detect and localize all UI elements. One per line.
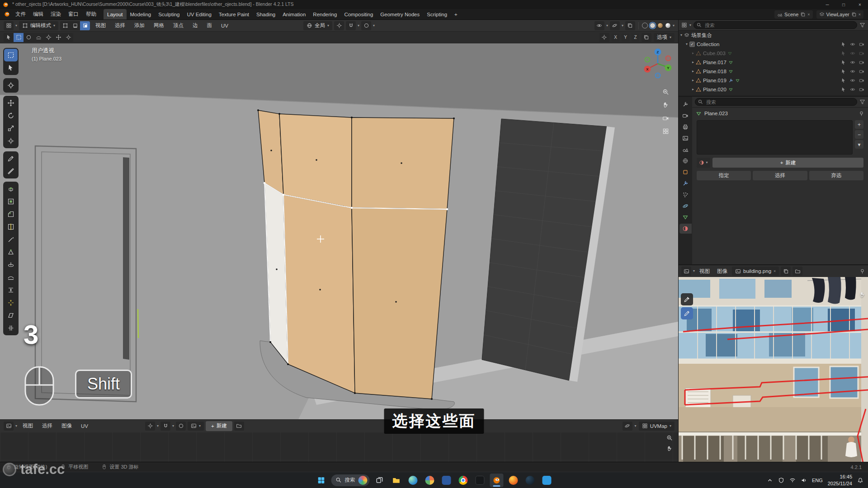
transform-orientation-dropdown[interactable]: 全局 ▾ [303, 21, 332, 30]
new-scene-icon[interactable] [800, 12, 806, 17]
workspace-tab-rendering[interactable]: Rendering [309, 9, 340, 19]
viewport-menu-face[interactable]: 面 [203, 20, 216, 31]
workspace-tab-animation[interactable]: Animation [279, 9, 309, 19]
tool-edge-slide[interactable] [4, 284, 18, 296]
workspace-tab-texture-paint[interactable]: Texture Paint [215, 9, 253, 19]
move-tool-button[interactable] [53, 33, 63, 42]
tab-world[interactable] [679, 156, 692, 166]
tool-cursor[interactable] [4, 79, 18, 92]
mirror-z-toggle[interactable]: Z [632, 33, 639, 42]
tool-move[interactable] [4, 97, 18, 109]
menu-file[interactable]: 文件 [12, 9, 29, 19]
workspace-tab-layout[interactable]: Layout [104, 9, 127, 19]
uv-open-image-button[interactable] [234, 422, 244, 431]
uvmap-selector[interactable]: UVMap ▾ [639, 422, 675, 431]
viewport-menu-uv[interactable]: UV [217, 20, 232, 31]
eye-icon[interactable] [850, 78, 855, 83]
uv-image-selector[interactable]: ▾ [188, 422, 204, 431]
tool-tweak[interactable] [4, 61, 18, 74]
tool-shrink-fatten[interactable] [4, 296, 18, 309]
3d-viewport[interactable]: 用户透视 (1) Plane.023 Z X Y [0, 43, 678, 419]
xray-toggle-button[interactable] [625, 21, 635, 30]
pin-icon[interactable] [859, 111, 864, 117]
camera-render-icon[interactable] [859, 69, 864, 74]
camera-render-icon[interactable] [859, 60, 864, 65]
viewport-menu-vertex[interactable]: 顶点 [170, 20, 187, 31]
editor-type-button[interactable] [4, 422, 14, 431]
outliner-row-scene-collection[interactable]: ▾ 场景集合 [679, 31, 868, 40]
outliner-row-plane019[interactable]: ▸ Plane.019 [679, 76, 868, 85]
mirror-icon-button[interactable] [599, 33, 609, 42]
outliner-search-input[interactable] [693, 21, 857, 29]
chevron-right-icon[interactable]: ▸ [692, 52, 694, 55]
shading-solid-button[interactable] [650, 23, 656, 28]
properties-search-input[interactable] [695, 98, 857, 106]
annotate-tool-button[interactable] [681, 307, 693, 319]
viewlayer-selector[interactable]: ViewLayer × [816, 10, 863, 19]
pin-icon[interactable] [859, 268, 865, 274]
photos-button[interactable] [423, 474, 437, 487]
viewport-canvas[interactable] [0, 43, 678, 419]
selectable-icon[interactable] [841, 60, 846, 65]
file-explorer-button[interactable] [390, 474, 403, 487]
zoom-icon[interactable] [666, 435, 673, 441]
navigation-gizmo[interactable]: Z X Y [641, 47, 675, 80]
mirror-x-toggle[interactable]: X [612, 33, 619, 42]
eye-icon[interactable] [850, 69, 855, 74]
box-select-tool-button[interactable] [14, 33, 24, 42]
uv-overlay-button[interactable] [623, 422, 632, 431]
tool-shear[interactable] [4, 309, 18, 322]
selectable-icon[interactable] [841, 87, 846, 92]
viewport-menu-edge[interactable]: 边 [189, 20, 202, 31]
viewport-menu-select[interactable]: 选择 [111, 20, 129, 31]
tab-object[interactable] [679, 167, 692, 177]
maximize-button[interactable]: □ [835, 0, 852, 9]
uv-new-image-button[interactable]: + 新建 [206, 421, 232, 431]
chevron-right-icon[interactable]: ▸ [692, 70, 694, 73]
transform-tool-button[interactable] [63, 33, 73, 42]
wifi-icon[interactable] [789, 477, 796, 483]
camera-render-icon[interactable] [859, 51, 864, 56]
tab-physics[interactable] [679, 201, 692, 211]
browse-material-button[interactable]: ▾ [697, 158, 710, 168]
workspace-tab-uv-editing[interactable]: UV Editing [184, 9, 215, 19]
taskbar-search[interactable]: 搜索 [331, 474, 370, 486]
edge-button[interactable] [406, 474, 420, 487]
tab-scene[interactable] [679, 145, 692, 155]
camera-render-icon[interactable] [859, 87, 864, 92]
chevron-right-icon[interactable]: ▸ [692, 61, 694, 64]
workspace-tab-compositing[interactable]: Compositing [340, 9, 377, 19]
uv-snap-button[interactable] [160, 422, 170, 431]
editor-type-button[interactable] [681, 267, 691, 276]
outliner-row-plane020[interactable]: ▸ Plane.020 [679, 85, 868, 94]
tab-tool[interactable] [679, 99, 692, 109]
lasso-select-tool-button[interactable] [33, 33, 43, 42]
tool-smooth[interactable] [4, 271, 18, 284]
tab-modifiers[interactable] [679, 178, 692, 188]
hand-icon[interactable] [666, 446, 673, 452]
cursor-tool-button[interactable] [43, 33, 53, 42]
task-view-button[interactable] [373, 474, 387, 487]
snap-toggle-button[interactable] [346, 21, 356, 30]
eye-icon[interactable] [850, 87, 855, 92]
assign-button[interactable]: 指定 [697, 171, 751, 180]
remove-slot-button[interactable]: − [855, 130, 863, 139]
outliner-row-plane017[interactable]: ▸ Plane.017 [679, 58, 868, 67]
image-pan-icon[interactable] [859, 291, 866, 298]
workspace-tab-sculpting[interactable]: Sculpting [155, 9, 183, 19]
deselect-button[interactable]: 弃选 [809, 171, 863, 180]
filter-icon[interactable] [859, 99, 865, 105]
tab-view-layer[interactable] [679, 133, 692, 143]
options-dropdown[interactable]: 选项 ▾ [654, 33, 675, 42]
eye-icon[interactable] [850, 51, 855, 56]
viewport-menu-view[interactable]: 视图 [92, 20, 109, 31]
uv-menu-select[interactable]: 选择 [38, 420, 56, 432]
mirror-y-toggle[interactable]: Y [622, 33, 629, 42]
tray-expand-icon[interactable] [767, 477, 773, 483]
taskbar-clock[interactable]: 16:45 2025/11/24 [828, 474, 852, 487]
outliner-display-mode-icon[interactable] [681, 22, 687, 28]
selectable-icon[interactable] [841, 69, 846, 74]
menu-help[interactable]: 帮助 [82, 9, 100, 19]
face-select-button[interactable] [80, 21, 90, 30]
blender-menu-button[interactable] [2, 10, 12, 19]
